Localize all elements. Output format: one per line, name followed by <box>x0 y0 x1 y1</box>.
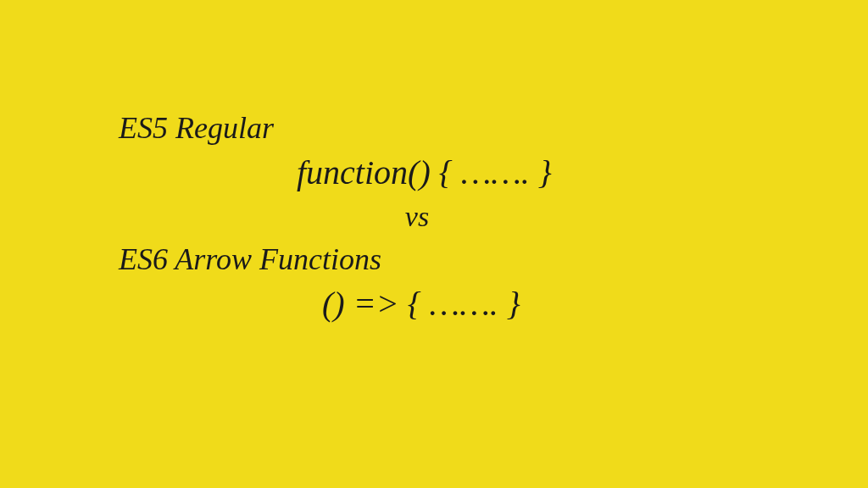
es5-syntax: function() { ……. } <box>297 152 868 192</box>
es6-title: ES6 Arrow Functions <box>119 241 868 277</box>
versus-text: vs <box>0 201 868 233</box>
es5-title: ES5 Regular <box>119 110 868 146</box>
es6-syntax: () => { ……. } <box>322 284 868 324</box>
slide-content: ES5 Regular function() { ……. } vs ES6 Ar… <box>0 110 868 324</box>
